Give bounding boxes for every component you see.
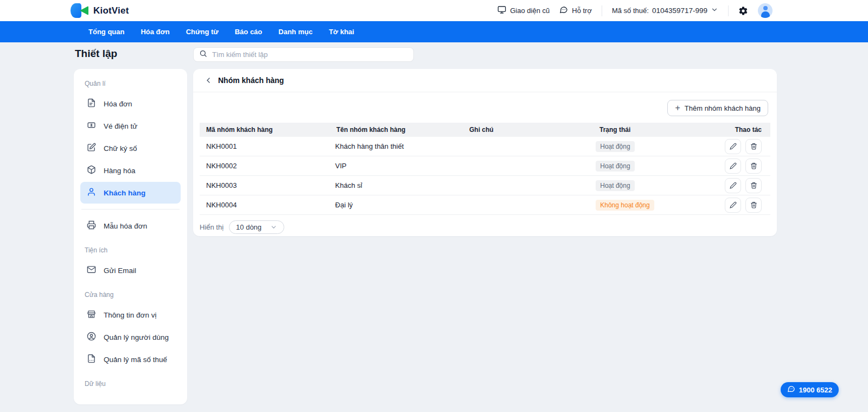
table-row: NKH0002 VIP Hoạt động (200, 156, 770, 176)
nav-danh-muc[interactable]: Danh mục (272, 21, 318, 42)
chevron-down-icon (711, 6, 718, 15)
tax-code-selector[interactable]: Mã số thuế: 0104359717-999 (612, 6, 718, 15)
edit-button[interactable] (725, 198, 741, 213)
delete-button[interactable] (745, 159, 762, 174)
sidebar-item-label: Quản lý mã số thuế (104, 356, 167, 364)
sidebar-item-chu-ky-so[interactable]: Chữ ký số (80, 137, 181, 159)
status-badge: Hoạt động (596, 161, 634, 172)
nav-hoa-don[interactable]: Hóa đơn (135, 21, 175, 42)
divider (728, 5, 729, 16)
group-code: NKH0001 (200, 142, 329, 150)
group-label-quan-li: Quản lí (85, 80, 176, 87)
sidebar-item-label: Gửi Email (104, 267, 136, 275)
sidebar-item-khach-hang[interactable]: Khách hàng (80, 182, 181, 204)
panel-header: Nhóm khách hàng (193, 69, 777, 92)
edit-button[interactable] (725, 178, 741, 193)
nav-tong-quan[interactable]: Tổng quan (82, 21, 130, 42)
sidebar-item-label: Khách hàng (104, 189, 145, 197)
eticket-icon (87, 121, 96, 131)
app: KiotViet Giao diện cũ Hỗ trợ Mã số thuế:… (0, 0, 868, 412)
invoice-icon (87, 98, 96, 109)
settings-search (193, 47, 414, 62)
delete-button[interactable] (745, 178, 762, 193)
col-header-note: Ghi chú (463, 126, 593, 134)
page-size-select[interactable]: 10 dòng (229, 220, 284, 234)
group-name: Khách sỉ (329, 181, 461, 189)
user-avatar[interactable] (758, 3, 773, 18)
sidebar-item-hang-hoa[interactable]: Hàng hóa (80, 160, 181, 181)
users-icon (87, 332, 96, 343)
hotline-number: 1900 6522 (799, 386, 832, 394)
col-header-name: Tên nhóm khách hàng (330, 126, 463, 134)
nav-bao-cao[interactable]: Báo cáo (229, 21, 269, 42)
old-ui-label: Giao diện cũ (510, 7, 550, 15)
chat-icon (787, 385, 795, 395)
chat-bubble-icon (559, 5, 568, 16)
col-header-actions: Thao tác (723, 126, 770, 134)
delete-button[interactable] (745, 198, 762, 213)
group-label-tien-ich: Tiện ích (85, 246, 176, 254)
brand-logo[interactable]: KiotViet (71, 3, 129, 18)
sidebar-item-label: Thông tin đơn vị (104, 311, 156, 319)
sidebar-item-thong-tin-don-vi[interactable]: Thông tin đơn vị (80, 304, 181, 326)
edit-button[interactable] (725, 139, 741, 154)
panel-toolbar: + Thêm nhóm khách hàng (193, 92, 777, 123)
search-input[interactable] (212, 50, 408, 59)
sidebar-item-label: Chữ ký số (104, 144, 137, 153)
status-badge: Hoạt động (596, 180, 634, 191)
tax-code-value: 0104359717-999 (652, 7, 707, 15)
support-link[interactable]: Hỗ trợ (559, 5, 592, 16)
sidebar-item-hoa-don[interactable]: Hóa đơn (80, 93, 181, 115)
goods-icon (87, 165, 96, 176)
col-header-status: Trạng thái (593, 126, 723, 134)
invoice-template-icon (87, 220, 96, 231)
delete-button[interactable] (745, 139, 762, 154)
status-badge: Không hoạt động (596, 200, 654, 211)
table-header-row: Mã nhóm khách hàng Tên nhóm khách hàng G… (200, 123, 770, 137)
sidebar-item-gui-email[interactable]: Gửi Email (80, 259, 181, 281)
plus-icon: + (675, 104, 680, 112)
main-navbar: Tổng quan Hóa đơn Chứng từ Báo cáo Danh … (0, 21, 868, 42)
sidebar-divider (81, 209, 180, 210)
sidebar-item-quan-ly-nguoi-dung[interactable]: Quản lý người dùng (80, 326, 181, 348)
brand-name: KiotViet (93, 5, 129, 16)
settings-sidebar: Quản lí Hóa đơn Vé điện tử Chữ ký số Hàn… (74, 69, 187, 404)
panel-title: Nhóm khách hàng (218, 76, 284, 85)
page-size-label: Hiển thị (200, 223, 224, 231)
sidebar-item-quan-ly-ma-so-thue[interactable]: Quản lý mã số thuế (80, 348, 181, 370)
sidebar-item-mau-hoa-don[interactable]: Mẫu hóa đơn (80, 215, 181, 237)
table-footer: Hiển thị 10 dòng (193, 215, 777, 239)
edit-button[interactable] (725, 159, 741, 174)
old-ui-link[interactable]: Giao diện cũ (497, 5, 550, 16)
page-size-value: 10 dòng (236, 223, 261, 231)
add-customer-group-button[interactable]: + Thêm nhóm khách hàng (667, 100, 768, 116)
sidebar-item-label: Vé điện tử (104, 122, 137, 130)
digital-signature-icon (87, 143, 96, 154)
store-icon (87, 309, 96, 320)
col-header-code: Mã nhóm khách hàng (200, 126, 330, 134)
nav-chung-tu[interactable]: Chứng từ (180, 21, 225, 42)
customer-groups-table: Mã nhóm khách hàng Tên nhóm khách hàng G… (200, 123, 770, 215)
group-code: NKH0002 (200, 162, 329, 170)
topbar: KiotViet Giao diện cũ Hỗ trợ Mã số thuế:… (0, 0, 868, 21)
topbar-right: Giao diện cũ Hỗ trợ Mã số thuế: 01043597… (497, 3, 773, 18)
sidebar-item-ve-dien-tu[interactable]: Vé điện tử (80, 115, 181, 137)
nav-to-khai[interactable]: Tờ khai (323, 21, 360, 42)
group-code: NKH0003 (200, 181, 329, 189)
monitor-icon (497, 5, 506, 16)
settings-gear-icon[interactable] (738, 6, 748, 16)
tax-code-icon (87, 354, 96, 365)
customer-icon (87, 187, 96, 198)
sidebar-item-label: Hàng hóa (104, 167, 136, 175)
page-title: Thiết lập (75, 48, 117, 60)
table-row: NKH0003 Khách sỉ Hoạt động (200, 176, 770, 195)
chevron-down-icon (270, 224, 277, 231)
status-badge: Hoạt động (596, 141, 634, 152)
divider (602, 5, 602, 16)
hotline-chat-button[interactable]: 1900 6522 (781, 382, 839, 397)
sidebar-item-label: Quản lý người dùng (104, 333, 169, 341)
table-row: NKH0004 Đại lý Không hoạt động (200, 195, 770, 215)
tax-code-label: Mã số thuế: (612, 7, 649, 15)
support-label: Hỗ trợ (572, 7, 592, 15)
back-button[interactable] (204, 76, 213, 85)
